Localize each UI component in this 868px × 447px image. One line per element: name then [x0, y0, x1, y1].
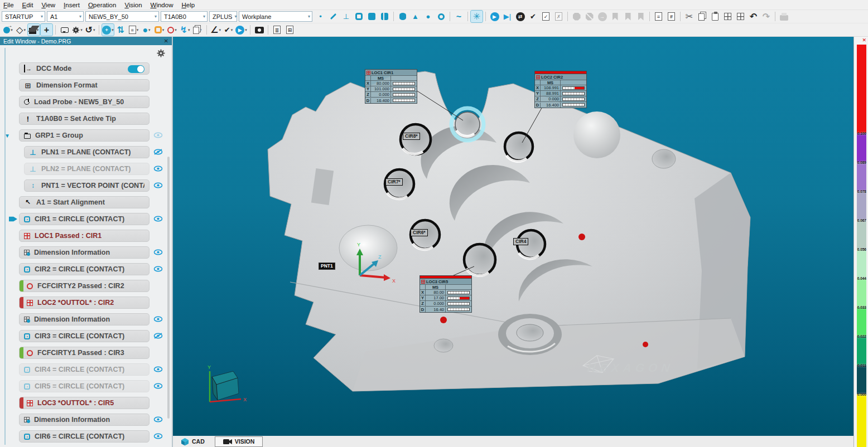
- duplicate-pages-icon[interactable]: ▾: [192, 24, 204, 36]
- analysis-window-icon[interactable]: ⊞: [284, 24, 296, 36]
- sidebar-item-cir4[interactable]: CIR4 = CIRCLE (CONTACT): [0, 363, 166, 376]
- sidebar-item-fcfcirty1[interactable]: FCFCIRTY1 Passed : CIR3: [0, 347, 166, 359]
- copy-icon[interactable]: [696, 11, 708, 22]
- surface-sphere-icon[interactable]: ●▾: [141, 24, 152, 36]
- sidebar-item-fcfcirty2[interactable]: FCFCIRTY2 Passed : CIR2: [0, 280, 166, 292]
- sidebar-item-dcc[interactable]: →DCC Mode: [0, 62, 166, 75]
- eye-icon[interactable]: [153, 214, 163, 224]
- sidebar-item-cir2[interactable]: CIR2 = CIRCLE (CONTACT): [0, 263, 166, 275]
- auto-feature-icon[interactable]: ✳: [471, 11, 483, 22]
- document-accept-icon[interactable]: ✓: [540, 11, 552, 22]
- print-icon[interactable]: [778, 11, 790, 22]
- document-reject-icon[interactable]: ✗: [553, 11, 565, 22]
- feature-label-cir8[interactable]: CIR8*: [403, 133, 420, 140]
- cut-icon[interactable]: ✂: [683, 11, 695, 22]
- eye-icon[interactable]: [153, 130, 163, 140]
- command-pill[interactable]: →DCC Mode: [19, 62, 150, 75]
- point-feature-icon[interactable]: •: [315, 11, 326, 22]
- command-pill[interactable]: CIR5 = CIRCLE (CONTACT): [19, 380, 150, 392]
- command-pill[interactable]: LOC1 Passed : CIR1: [19, 230, 150, 242]
- workplane-dropdown[interactable]: Workplane▾: [239, 11, 312, 22]
- solid-view-icon[interactable]: ▾: [28, 24, 40, 36]
- line-feature-icon[interactable]: [327, 11, 339, 22]
- eye-icon[interactable]: [153, 264, 163, 274]
- pan-view-icon[interactable]: +: [41, 24, 52, 36]
- command-pill[interactable]: FCFCIRTY1 Passed : CIR3: [19, 347, 150, 359]
- sidebar-item-grp1[interactable]: ▼GRP1 = Group: [0, 129, 166, 142]
- report-window-icon[interactable]: ≣: [271, 24, 283, 36]
- command-pill[interactable]: Dimension Information: [19, 414, 150, 426]
- plane-feature-icon[interactable]: ⊥: [340, 11, 352, 22]
- execute-loop-icon[interactable]: ⇄: [514, 11, 526, 22]
- cad-graphics-view[interactable]: HEXAGON Y X Z Y X: [173, 37, 853, 431]
- sidebar-item-dimension[interactable]: Dimension Information: [0, 414, 166, 426]
- move-machine-icon[interactable]: +▾: [102, 24, 114, 36]
- menu-operation[interactable]: Operation: [88, 2, 117, 8]
- measurement-box-loc2[interactable]: LOC2 CIR2MSX108.991Y88.991Z0.000D16.400: [534, 71, 587, 108]
- approve-icon[interactable]: ✔▾: [223, 24, 234, 36]
- command-pill[interactable]: ↕PNT1 = VECTOR POINT (CONTACT): [24, 179, 150, 192]
- menu-help[interactable]: Help: [181, 2, 195, 8]
- command-pill[interactable]: Dimension Information: [19, 246, 150, 259]
- measurement-box-loc1[interactable]: LOC1 CIR1MSX80.000Y101.000Z0.000D16.400: [365, 69, 417, 104]
- command-pill[interactable]: !T1A0B0 = Set Active Tip: [19, 113, 150, 125]
- cylinder-feature-icon[interactable]: [397, 11, 408, 22]
- command-pill[interactable]: CIR6 = CIRCLE (CONTACT): [19, 430, 150, 443]
- command-pill[interactable]: CIR3 = CIRCLE (CONTACT): [19, 330, 150, 342]
- eye-off-icon[interactable]: [153, 331, 163, 341]
- run-program-icon[interactable]: ▶▾: [235, 24, 247, 36]
- sidebar-item-pln2[interactable]: ⊥PLN2 = PLANE (CONTACT): [0, 163, 166, 175]
- command-pill[interactable]: ⊥PLN1 = PLANE (CONTACT): [24, 146, 150, 158]
- sidebar-item-a1[interactable]: ↖A1 = Start Alignment: [0, 196, 166, 208]
- scale-close-icon[interactable]: ✕: [862, 37, 866, 43]
- wireframe-view-icon[interactable]: ◇▾: [15, 24, 27, 36]
- orientation-cube[interactable]: Y X: [208, 365, 247, 402]
- rotate-view-icon[interactable]: ↺▾: [84, 24, 96, 36]
- gage-circle-icon[interactable]: ▾: [166, 24, 178, 36]
- sidebar-item-loc2[interactable]: LOC2 *OUTTOL* : CIR2: [0, 297, 166, 309]
- sidebar-item-dimension[interactable]: Dimension Information: [0, 313, 166, 325]
- menu-file[interactable]: File: [3, 2, 14, 8]
- gear-icon[interactable]: [157, 49, 165, 57]
- bookmark-pin-icon[interactable]: [622, 11, 634, 22]
- redo-icon[interactable]: ↷: [760, 11, 772, 22]
- feature-label-cir4[interactable]: CIR4: [513, 238, 528, 245]
- measurement-box-loc3[interactable]: LOC3 CIR5MSX80.00Y17.00Z0.000D16.40: [419, 275, 472, 313]
- sidebar-item-cir1[interactable]: CIR1 = CIRCLE (CONTACT): [0, 213, 166, 225]
- undo-icon[interactable]: ↶: [748, 11, 759, 22]
- pnt1-label[interactable]: PNT1: [319, 263, 335, 270]
- sidebar-scrollbar[interactable]: [167, 157, 170, 419]
- quick-feature-icon[interactable]: ↯▾: [179, 24, 191, 36]
- settings-gears-icon[interactable]: ▾: [71, 24, 83, 36]
- workplane-axis-dropdown[interactable]: ZPLUS▾: [209, 11, 237, 22]
- eye-icon[interactable]: [153, 365, 163, 375]
- command-pill[interactable]: CIR4 = CIRCLE (CONTACT): [19, 363, 150, 376]
- menu-vision[interactable]: Vision: [124, 2, 142, 8]
- report-list-icon[interactable]: ≡: [653, 11, 664, 22]
- stop-icon[interactable]: [571, 11, 582, 22]
- feature-label-cir6[interactable]: CIR6*: [411, 229, 428, 236]
- program-dropdown[interactable]: STARTUP▾: [2, 11, 45, 22]
- cone-feature-icon[interactable]: ▲: [409, 11, 421, 22]
- measure-dimension-icon[interactable]: ∠▾: [210, 24, 221, 36]
- sidebar-item-loc3[interactable]: LOC3 *OUTTOL* : CIR5: [0, 397, 166, 409]
- circle-feature-icon[interactable]: [353, 11, 365, 22]
- menu-view[interactable]: View: [41, 2, 55, 8]
- command-pill[interactable]: GRP1 = Group: [19, 129, 150, 142]
- sidebar-item-cir3[interactable]: CIR3 = CIRCLE (CONTACT): [0, 330, 166, 342]
- command-pill[interactable]: ↖A1 = Start Alignment: [19, 196, 150, 208]
- sidebar-item-cir6[interactable]: CIR6 = CIRCLE (CONTACT): [0, 430, 166, 443]
- feature-label-cir7[interactable]: CIR7*: [385, 178, 403, 186]
- sidebar-item-pln1[interactable]: ⊥PLN1 = PLANE (CONTACT): [0, 146, 166, 158]
- eye-icon[interactable]: [153, 181, 163, 191]
- eye-icon[interactable]: [153, 381, 163, 391]
- menu-window[interactable]: Window: [151, 2, 173, 8]
- command-pill[interactable]: ⊥PLN2 = PLANE (CONTACT): [24, 163, 150, 175]
- report-grid-icon[interactable]: #: [666, 11, 677, 22]
- command-pill[interactable]: ⊞Dimension Format: [19, 79, 150, 91]
- sidebar-item-t1a0b0[interactable]: !T1A0B0 = Set Active Tip: [0, 113, 166, 125]
- eye-icon[interactable]: [153, 431, 163, 441]
- close-icon[interactable]: ✕: [164, 38, 168, 44]
- vector-move-icon[interactable]: ⇅: [115, 24, 127, 36]
- sidebar-item-cir5[interactable]: CIR5 = CIRCLE (CONTACT): [0, 380, 166, 392]
